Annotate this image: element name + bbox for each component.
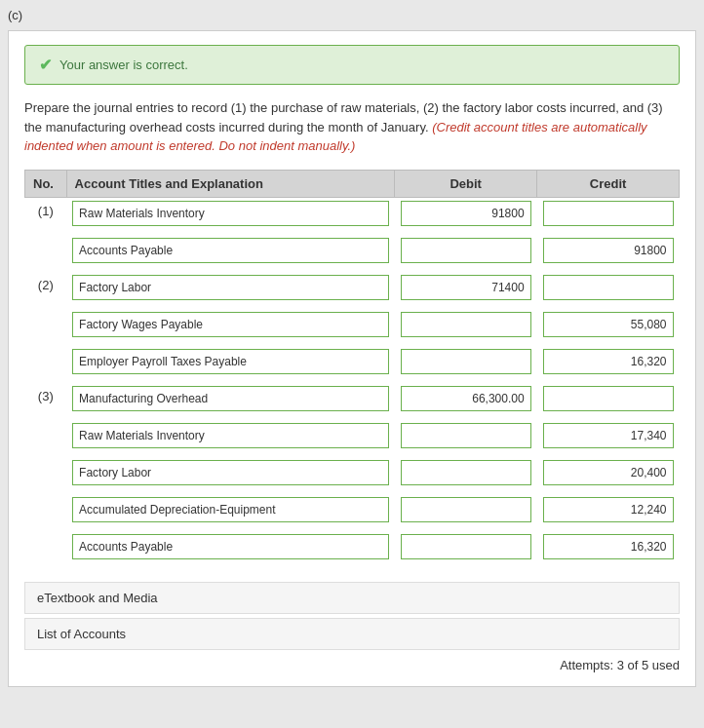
section-label: (c) [8, 8, 696, 22]
entry-1-row-2-credit-input[interactable] [543, 238, 674, 263]
entry-1-row-1-credit [537, 197, 680, 229]
entry-3-row-1-credit [537, 383, 680, 414]
entry-3-row-5-debit [395, 531, 537, 562]
entry-3-row-4-debit-input[interactable] [401, 497, 531, 522]
entry-3-row-4-credit [537, 494, 680, 525]
list-of-accounts-button[interactable]: List of Accounts [24, 618, 680, 650]
list-of-accounts-label: List of Accounts [37, 627, 126, 641]
entry-2-row-3-debit-input[interactable] [401, 349, 531, 374]
entry-3-row-5-account-input[interactable] [72, 534, 389, 559]
entry-3-row-3-account [66, 457, 395, 488]
entry-3-row-4-account [66, 494, 395, 525]
entry-2-num: (2) [25, 272, 67, 303]
journal-table: No. Account Titles and Explanation Debit… [24, 170, 680, 568]
entry-2-row-3-num [25, 346, 67, 377]
entry-3-num: (3) [25, 383, 67, 414]
attempts-text: Attempts: 3 of 5 used [560, 658, 680, 672]
entry-1-row-2-debit [395, 235, 537, 266]
entry-3-row-4 [25, 494, 680, 525]
instructions: Prepare the journal entries to record (1… [24, 98, 680, 156]
entry-2-row-2-num [25, 309, 67, 340]
entry-1-row-1-account [66, 197, 395, 229]
entry-1-row-1: (1) [25, 197, 680, 229]
etextbook-label: eTextbook and Media [37, 591, 158, 605]
entry-3-row-4-num [25, 494, 67, 525]
entry-2-row-2-credit [537, 309, 680, 340]
col-no: No. [25, 170, 67, 197]
entry-3-row-4-credit-input[interactable] [543, 497, 674, 522]
entry-2-row-1-account [66, 272, 395, 303]
entry-3-row-1-debit-input[interactable] [401, 386, 531, 411]
entry-2-row-3-account [66, 346, 395, 377]
entry-3-row-3-credit [537, 457, 680, 488]
entry-3-row-2-account [66, 420, 395, 451]
entry-1-row-1-credit-input[interactable] [543, 201, 674, 226]
entry-2-row-2-account [66, 309, 395, 340]
entry-2-row-1-debit-input[interactable] [401, 275, 531, 300]
entry-3-row-4-debit [395, 494, 537, 525]
entry-1-row-1-debit-input[interactable] [401, 201, 531, 226]
entry-3-row-3-num [25, 457, 67, 488]
entry-3-row-5-account [66, 531, 395, 562]
entry-3-row-1-account-input[interactable] [72, 386, 389, 411]
entry-3-row-3 [25, 457, 680, 488]
entry-2-row-1-account-input[interactable] [72, 275, 389, 300]
entry-1-row-2-num [25, 235, 67, 266]
entry-2-row-2-account-input[interactable] [72, 312, 389, 337]
entry-1-row-2-account [66, 235, 395, 266]
attempts-row: Attempts: 3 of 5 used [24, 658, 680, 672]
etextbook-button[interactable]: eTextbook and Media [24, 582, 680, 614]
entry-2-row-2-debit-input[interactable] [401, 312, 531, 337]
entry-3-row-5 [25, 531, 680, 562]
entry-2-row-3-credit-input[interactable] [543, 349, 674, 374]
entry-2-row-1-debit [395, 272, 537, 303]
spacer-8 [25, 562, 680, 568]
success-banner: ✔ Your answer is correct. [24, 45, 680, 85]
entry-3-row-2-debit-input[interactable] [401, 423, 531, 448]
check-icon: ✔ [39, 56, 52, 74]
entry-1-row-2-credit [537, 235, 680, 266]
entry-3-row-3-debit-input[interactable] [401, 460, 531, 485]
entry-3-row-4-account-input[interactable] [72, 497, 389, 522]
entry-2-row-2-credit-input[interactable] [543, 312, 674, 337]
entry-1-row-1-debit [395, 197, 537, 229]
entry-3-row-5-debit-input[interactable] [401, 534, 531, 559]
entry-3-row-3-account-input[interactable] [72, 460, 389, 485]
entry-3-row-1: (3) [25, 383, 680, 414]
entry-3-row-5-num [25, 531, 67, 562]
page-wrapper: (c) ✔ Your answer is correct. Prepare th… [0, 0, 704, 728]
entry-2-row-3-credit [537, 346, 680, 377]
entry-3-row-2-credit-input[interactable] [543, 423, 674, 448]
entry-3-row-2-num [25, 420, 67, 451]
entry-2-row-3-debit [395, 346, 537, 377]
entry-1-row-2-debit-input[interactable] [401, 238, 531, 263]
entry-1-row-2-account-input[interactable] [72, 238, 389, 263]
entry-3-row-3-debit [395, 457, 537, 488]
entry-2-row-1-credit [537, 272, 680, 303]
entry-3-row-2-account-input[interactable] [72, 423, 389, 448]
entry-2-row-1-credit-input[interactable] [543, 275, 674, 300]
entry-2-row-2 [25, 309, 680, 340]
bottom-section: eTextbook and Media List of Accounts [24, 582, 680, 650]
entry-2-row-2-debit [395, 309, 537, 340]
entry-3-row-2-credit [537, 420, 680, 451]
entry-2-row-3 [25, 346, 680, 377]
entry-3-row-2 [25, 420, 680, 451]
entry-2-row-3-account-input[interactable] [72, 349, 389, 374]
success-message: Your answer is correct. [59, 57, 188, 72]
entry-1-num: (1) [25, 197, 67, 229]
col-debit: Debit [395, 170, 537, 197]
table-header-row: No. Account Titles and Explanation Debit… [25, 170, 680, 197]
col-credit: Credit [537, 170, 680, 197]
entry-3-row-2-debit [395, 420, 537, 451]
entry-3-row-1-account [66, 383, 395, 414]
main-card: ✔ Your answer is correct. Prepare the jo… [8, 30, 696, 687]
entry-3-row-5-credit-input[interactable] [543, 534, 674, 559]
entry-3-row-1-debit [395, 383, 537, 414]
entry-3-row-1-credit-input[interactable] [543, 386, 674, 411]
col-account: Account Titles and Explanation [66, 170, 395, 197]
entry-1-row-2 [25, 235, 680, 266]
entry-3-row-3-credit-input[interactable] [543, 460, 674, 485]
entry-3-row-5-credit [537, 531, 680, 562]
entry-1-row-1-account-input[interactable] [72, 201, 389, 226]
